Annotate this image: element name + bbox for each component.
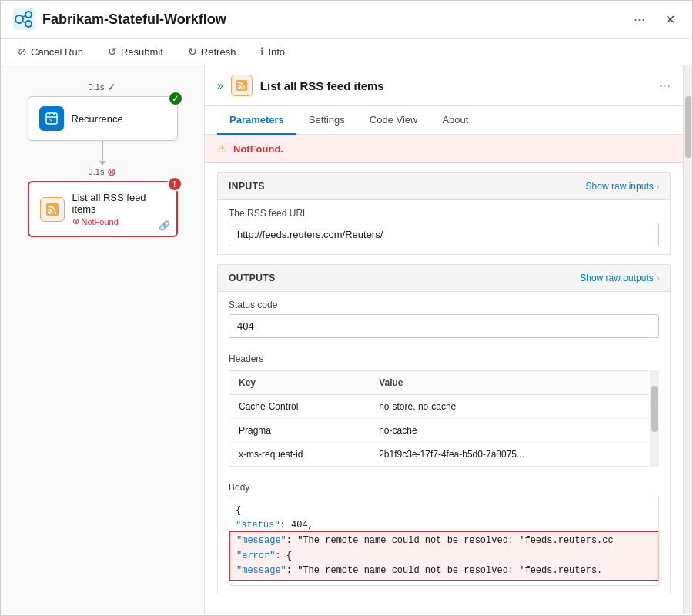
recurrence-time-badge: 0.1s ✓ [89, 81, 117, 93]
window-menu-icon[interactable]: ··· [634, 12, 645, 28]
body-label: Body [229, 482, 659, 493]
rss-node[interactable]: List all RSS feed items ⊗ NotFound ! 🔗 [28, 181, 178, 237]
body-line-4: "error": { [236, 549, 651, 564]
outputs-section-header: OUTPUTS Show raw outputs › [218, 265, 670, 292]
table-row: Pragma no-cache [229, 419, 648, 443]
connector-line-1 [102, 141, 103, 162]
workflow-nodes: 0.1s ✓ ⟳ Recurrence ✓ [16, 81, 189, 237]
detail-header: » List all RSS feed items ··· [205, 65, 683, 106]
svg-point-12 [48, 211, 51, 214]
tab-about[interactable]: About [430, 106, 480, 135]
detail-menu-icon[interactable]: ··· [659, 78, 671, 94]
recurrence-label: Recurrence [72, 113, 123, 125]
rss-url-value: http://feeds.reuters.com/Reuters/ [229, 223, 659, 246]
title-bar: Fabrikam-Stateful-Workflow ··· ✕ [1, 1, 692, 38]
detail-tabs: Parameters Settings Code View About [205, 106, 683, 135]
close-button[interactable]: ✕ [661, 11, 680, 28]
resubmit-icon: ↺ [108, 45, 117, 58]
show-raw-inputs-button[interactable]: Show raw inputs › [586, 181, 659, 192]
detail-title: List all RSS feed items [260, 79, 651, 92]
svg-point-14 [237, 87, 240, 90]
headers-section: Headers Key Value Cache-Co [218, 346, 670, 474]
info-button[interactable]: ℹ Info [256, 43, 290, 60]
status-code-field: Status code 404 [218, 292, 670, 346]
table-row: Cache-Control no-store, no-cache [229, 395, 648, 419]
right-scrollbar[interactable] [683, 65, 692, 614]
recurrence-node-wrapper: 0.1s ✓ ⟳ Recurrence ✓ [28, 81, 178, 141]
rss-node-label: List all RSS feed items [72, 192, 166, 215]
toolbar: ⊘ Cancel Run ↺ Resubmit ↻ Refresh ℹ Info [1, 38, 692, 65]
header-value-1: no-store, no-cache [370, 395, 648, 419]
refresh-button[interactable]: ↻ Refresh [183, 43, 241, 60]
detail-panel: » List all RSS feed items ··· Parameters… [205, 65, 683, 614]
header-key-3: x-ms-request-id [229, 443, 370, 467]
success-check-icon: ✓ [107, 81, 116, 93]
tab-parameters[interactable]: Parameters [217, 106, 296, 135]
body-code-block: { "status": 404, "message": "The remote … [229, 497, 659, 586]
tab-code-view[interactable]: Code View [357, 106, 430, 135]
headers-table-container: Key Value Cache-Control no-store, no-cac… [229, 370, 659, 467]
chevron-right-icon-2: › [657, 274, 659, 283]
window-title: Fabrikam-Stateful-Workflow [42, 12, 634, 28]
table-row: x-ms-request-id 2b1f9c3e-17f7-4fea-b5d0-… [229, 443, 648, 467]
right-scrollbar-thumb[interactable] [685, 96, 691, 158]
outputs-title: OUTPUTS [229, 273, 276, 283]
rss-icon [40, 197, 65, 222]
value-column-header: Value [370, 371, 648, 395]
rss-url-field: The RSS feed URL http://feeds.reuters.co… [218, 200, 670, 254]
cancel-icon: ⊘ [18, 45, 27, 58]
error-banner: ⚠ NotFound. [205, 135, 683, 163]
body-line-1: { [236, 504, 652, 518]
info-icon: ℹ [260, 45, 264, 58]
rss-node-wrapper: 0.1s ⊗ List all RSS feed items [28, 166, 178, 237]
expand-icon[interactable]: » [217, 79, 223, 92]
header-value-3: 2b1f9c3e-17f7-4fea-b5d0-7a8075... [370, 443, 648, 467]
body-line-5: "message": "The remote name could not be… [236, 564, 651, 578]
inputs-section-header: INPUTS Show raw inputs › [218, 173, 670, 200]
key-column-header: Key [229, 371, 370, 395]
rss-url-label: The RSS feed URL [229, 208, 659, 219]
rss-time-badge: 0.1s ⊗ [89, 166, 117, 178]
error-icon-badge: ⊗ [107, 166, 116, 178]
body-line-3: "message": "The remote name could not be… [236, 534, 651, 548]
main-layout: 0.1s ✓ ⟳ Recurrence ✓ [1, 65, 692, 614]
inputs-section: INPUTS Show raw inputs › The RSS feed UR… [217, 172, 671, 255]
header-key-1: Cache-Control [229, 395, 370, 419]
outputs-section: OUTPUTS Show raw outputs › Status code 4… [217, 264, 671, 594]
resubmit-button[interactable]: ↺ Resubmit [103, 43, 168, 60]
show-raw-outputs-button[interactable]: Show raw outputs › [580, 273, 659, 283]
body-section: Body { "status": 404, "message": "The re… [218, 474, 670, 594]
svg-text:⟳: ⟳ [49, 119, 52, 123]
recurrence-status-badge: ✓ [168, 91, 183, 106]
table-scrollbar-thumb[interactable] [651, 386, 658, 432]
recurrence-node[interactable]: ⟳ Recurrence ✓ [28, 96, 178, 141]
header-value-2: no-cache [370, 419, 648, 443]
warning-icon: ⚠ [217, 142, 227, 155]
app-icon [13, 8, 35, 30]
cancel-run-button[interactable]: ⊘ Cancel Run [13, 43, 88, 60]
body-error-highlight: "message": "The remote name could not be… [229, 531, 658, 581]
error-message: NotFound. [233, 143, 283, 155]
detail-node-icon [231, 75, 253, 96]
headers-label: Headers [229, 353, 659, 364]
recurrence-icon: ⟳ [39, 106, 64, 131]
header-key-2: Pragma [229, 419, 370, 443]
rss-status-badge: ! [167, 176, 182, 192]
detail-content[interactable]: ⚠ NotFound. INPUTS Show raw inputs › The… [205, 135, 683, 614]
inputs-title: INPUTS [229, 181, 265, 192]
link-icon: 🔗 [159, 220, 170, 231]
headers-table: Key Value Cache-Control no-store, no-cac… [229, 370, 648, 467]
workflow-canvas: 0.1s ✓ ⟳ Recurrence ✓ [1, 65, 205, 614]
table-scrollbar[interactable] [650, 370, 659, 467]
refresh-icon: ↻ [188, 45, 197, 58]
status-code-value: 404 [229, 314, 659, 338]
rss-node-error: ⊗ NotFound [72, 216, 166, 226]
chevron-right-icon: › [657, 182, 659, 191]
tab-settings[interactable]: Settings [296, 106, 357, 135]
status-code-label: Status code [229, 300, 659, 310]
